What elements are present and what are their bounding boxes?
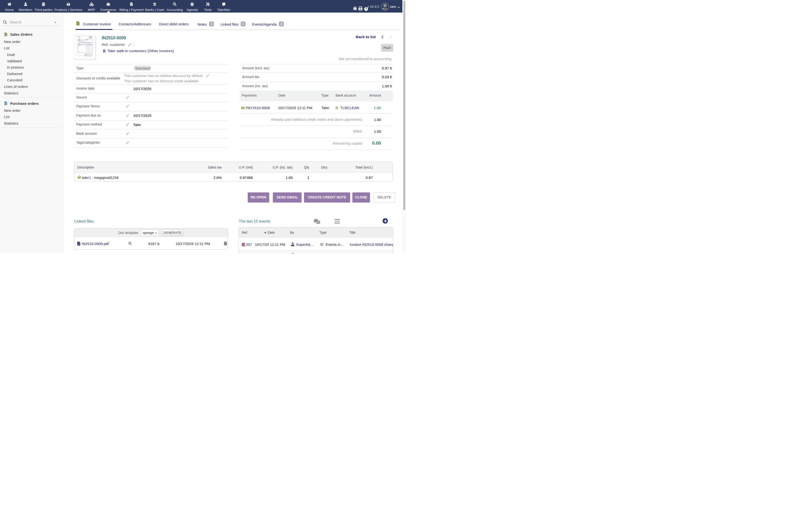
svg-text:?: ?: [365, 7, 367, 11]
